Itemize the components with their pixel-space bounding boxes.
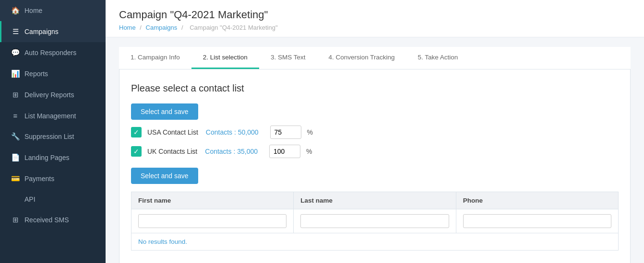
- sidebar-item-campaigns[interactable]: ☰ Campaigns: [0, 21, 106, 42]
- auto-responders-icon: 💬: [11, 48, 20, 57]
- results-table: First nameLast namePhone: [131, 192, 619, 233]
- sidebar-item-delivery-reports[interactable]: ⊞ Delivery Reports: [0, 84, 106, 105]
- sidebar-item-label: Reports: [24, 70, 48, 78]
- sidebar-item-home[interactable]: 🏠 Home: [0, 0, 106, 21]
- breadcrumb-home[interactable]: Home: [119, 24, 136, 31]
- first-name-input[interactable]: [138, 214, 286, 228]
- tab-conversion-tracking[interactable]: 4. Conversion Tracking: [317, 47, 406, 69]
- sidebar-item-auto-responders[interactable]: 💬 Auto Responders: [0, 42, 106, 63]
- page-title: Campaign "Q4-2021 Marketing": [119, 9, 631, 21]
- payments-icon: 💳: [11, 174, 20, 183]
- sidebar-item-label: Payments: [24, 175, 54, 183]
- sidebar-item-label: List Management: [24, 112, 76, 120]
- sidebar-item-label: Received SMS: [24, 216, 69, 224]
- sidebar-item-label: Auto Responders: [24, 49, 76, 57]
- tabs-bar: 1. Campaign Info2. List selection3. SMS …: [119, 47, 631, 69]
- tab-campaign-info[interactable]: 1. Campaign Info: [119, 47, 191, 69]
- table-col-phone: Phone: [456, 192, 618, 209]
- table-col-last-name: Last name: [294, 192, 456, 209]
- sidebar-item-reports[interactable]: 📊 Reports: [0, 63, 106, 84]
- pct-label-usa: %: [307, 128, 313, 136]
- pct-input-uk[interactable]: [269, 145, 300, 158]
- sidebar-item-label: API: [24, 195, 36, 203]
- sidebar-item-received-sms[interactable]: ⊞ Received SMS: [0, 209, 106, 230]
- reports-icon: 📊: [11, 69, 20, 78]
- landing-pages-icon: 📄: [11, 153, 20, 162]
- breadcrumb: Home / Campaigns / Campaign "Q4-2021 Mar…: [119, 24, 631, 31]
- table-input-row: [131, 209, 619, 233]
- card-title: Please select a contact list: [131, 83, 619, 94]
- sidebar-item-landing-pages[interactable]: 📄 Landing Pages: [0, 147, 106, 168]
- list-management-icon: ≡: [11, 112, 20, 120]
- checkbox-uk[interactable]: ✓: [131, 146, 142, 157]
- tab-list-selection[interactable]: 2. List selection: [191, 47, 259, 69]
- sidebar: 🏠 Home ☰ Campaigns 💬 Auto Responders 📊 R…: [0, 0, 106, 263]
- checkbox-usa[interactable]: ✓: [131, 127, 142, 137]
- main-card: Please select a contact list Select and …: [119, 69, 631, 263]
- list-name-usa: USA Contact List: [147, 128, 198, 136]
- breadcrumb-campaigns[interactable]: Campaigns: [146, 24, 178, 31]
- select-save-button-bottom[interactable]: Select and save: [131, 168, 198, 184]
- received-sms-icon: ⊞: [11, 216, 20, 224]
- no-results-message: No results found.: [131, 233, 619, 251]
- select-save-button-top[interactable]: Select and save: [131, 103, 198, 120]
- sidebar-item-label: Suppression List: [24, 133, 74, 140]
- sidebar-item-payments[interactable]: 💳 Payments: [0, 168, 106, 189]
- list-name-uk: UK Contacts List: [147, 148, 197, 155]
- sidebar-item-label: Home: [24, 7, 42, 14]
- main-content: Campaign "Q4-2021 Marketing" Home / Camp…: [106, 0, 644, 263]
- last-name-input[interactable]: [300, 214, 449, 228]
- list-contacts-usa: Contacts : 50,000: [206, 128, 259, 136]
- content-area: 1. Campaign Info2. List selection3. SMS …: [106, 37, 644, 263]
- tab-sms-text[interactable]: 3. SMS Text: [259, 47, 317, 69]
- contact-list-rows: ✓ USA Contact List Contacts : 50,000 % ✓…: [131, 126, 619, 158]
- pct-input-usa[interactable]: [270, 126, 301, 139]
- breadcrumb-current: Campaign "Q4-2021 Marketing": [190, 24, 277, 31]
- home-icon: 🏠: [11, 6, 20, 15]
- contact-list-row-usa: ✓ USA Contact List Contacts : 50,000 %: [131, 126, 619, 139]
- table-header: First nameLast namePhone: [131, 192, 619, 209]
- sidebar-item-list-management[interactable]: ≡ List Management: [0, 105, 106, 126]
- pct-label-uk: %: [306, 148, 312, 155]
- sidebar-item-api[interactable]: API: [0, 189, 106, 209]
- table-col-first-name: First name: [131, 192, 294, 209]
- phone-input[interactable]: [463, 214, 611, 228]
- tab-take-action[interactable]: 5. Take Action: [406, 47, 469, 69]
- list-contacts-uk: Contacts : 35,000: [205, 148, 258, 155]
- campaigns-icon: ☰: [11, 27, 20, 36]
- delivery-reports-icon: ⊞: [11, 91, 20, 99]
- sidebar-item-label: Campaigns: [24, 28, 59, 35]
- suppression-list-icon: 🔧: [11, 132, 20, 141]
- contact-list-row-uk: ✓ UK Contacts List Contacts : 35,000 %: [131, 145, 619, 158]
- sidebar-item-label: Delivery Reports: [24, 91, 74, 99]
- page-header: Campaign "Q4-2021 Marketing" Home / Camp…: [106, 0, 644, 37]
- sidebar-item-suppression-list[interactable]: 🔧 Suppression List: [0, 126, 106, 147]
- sidebar-item-label: Landing Pages: [24, 154, 69, 161]
